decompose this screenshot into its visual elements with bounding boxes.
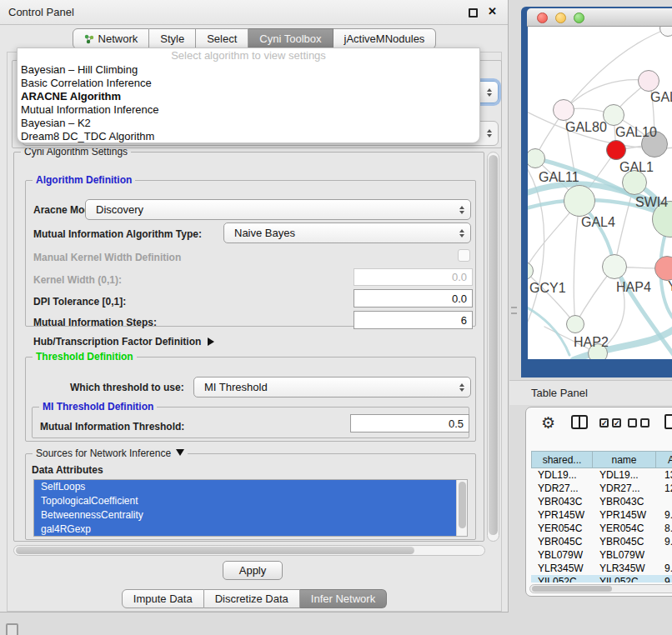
network-window-titlebar <box>527 8 672 27</box>
network-node[interactable] <box>602 254 627 279</box>
tab-jactivemnodules[interactable]: jActiveMNodules <box>333 28 437 49</box>
combo-arrows-icon <box>459 229 464 238</box>
mi-type-combo[interactable]: Naive Bayes <box>223 222 471 243</box>
table-cell: YER054C <box>593 522 656 535</box>
node-label-y: Y <box>668 279 672 294</box>
node-label-gal10: GAL10 <box>615 125 657 140</box>
network-node[interactable] <box>564 185 595 217</box>
network-node[interactable] <box>638 70 659 92</box>
table-row[interactable]: YBR045CYBR045C9. <box>531 535 672 548</box>
close-icon[interactable]: ✕ <box>488 5 497 18</box>
table-cell: YDL19... <box>593 468 656 482</box>
tab-network[interactable]: Network <box>73 28 150 49</box>
table-cell: 8. <box>656 522 672 535</box>
table-row[interactable]: YBR043CYBR043C <box>531 495 672 508</box>
table-row[interactable]: YER054CYER054C8. <box>531 522 672 535</box>
settings-vertical-scrollbar <box>487 152 499 542</box>
column-layout-icon[interactable] <box>571 415 588 429</box>
tab-infer-network[interactable]: Infer Network <box>300 589 387 608</box>
algorithm-option-dream8-dc-tdc-algorithm[interactable]: Dream8 DC_TDC Algorithm <box>18 130 479 143</box>
settings-hscroll-thumb[interactable] <box>16 547 414 554</box>
table-cell: YBR043C <box>531 495 593 508</box>
column-header-name[interactable]: name <box>593 451 656 468</box>
network-canvas[interactable]: GALGAL80GAL10GAL1GAL11SWI4GAL4GCY1HAP4YH… <box>528 27 672 359</box>
which-threshold-combo[interactable]: MI Threshold <box>193 377 471 398</box>
algorithm-option-mutual-information-inference[interactable]: Mutual Information Inference <box>18 103 479 117</box>
settings-gear-icon[interactable]: ⚙ <box>541 413 555 432</box>
column-header-shared[interactable]: shared... <box>531 451 593 468</box>
tab-select[interactable]: Select <box>196 28 248 49</box>
settings-vscroll-thumb[interactable] <box>489 155 498 535</box>
aracne-mode-combo[interactable]: Discovery <box>85 199 471 220</box>
table-cell: YPR145W <box>593 508 656 522</box>
zoom-traffic-light[interactable] <box>574 12 584 23</box>
algorithm-option-basic-correlation-inference[interactable]: Basic Correlation Inference <box>18 77 479 90</box>
hub-section-label: Hub/Transcription Factor Definition <box>33 336 201 348</box>
close-traffic-light[interactable] <box>537 12 548 23</box>
deselect-all-icon[interactable] <box>628 418 649 428</box>
attributes-scrollbar-thumb[interactable] <box>459 482 466 528</box>
dpi-tolerance-field[interactable]: 0.0 <box>354 289 473 308</box>
minimize-traffic-light[interactable] <box>555 12 566 23</box>
tab-style[interactable]: Style <box>149 28 196 49</box>
attribute-topologicalcoefficient[interactable]: TopologicalCoefficient <box>34 494 467 508</box>
table-cell: YBL079W <box>593 548 656 562</box>
table-row[interactable]: YLR345WYLR345W9. <box>531 562 672 575</box>
network-node[interactable] <box>553 99 574 121</box>
attribute-selfloops[interactable]: SelfLoops <box>34 480 467 494</box>
node-label-gcy1: GCY1 <box>529 281 566 296</box>
collapsed-panel-button[interactable] <box>6 623 18 635</box>
select-all-icon[interactable]: ✓✓ <box>599 418 621 428</box>
mi-threshold-label: Mutual Information Threshold: <box>40 421 184 432</box>
tab-impute-data[interactable]: Impute Data <box>122 589 204 608</box>
tab-label: Discretize Data <box>215 592 288 605</box>
apply-button[interactable]: Apply <box>223 561 283 580</box>
table-cell <box>656 548 672 562</box>
kernel-width-label: Kernel Width (0,1): <box>33 274 122 286</box>
mi-threshold-field[interactable]: 0.5 <box>350 414 469 432</box>
node-label-gal1: GAL1 <box>619 160 654 175</box>
table-row[interactable]: YBL079WYBL079W <box>531 548 672 562</box>
network-node[interactable] <box>606 140 626 160</box>
manual-kernel-label: Manual Kernel Width Definition <box>33 252 181 263</box>
table-cell: YLR345W <box>531 562 593 575</box>
table-row[interactable]: YDL19...YDL19...13 <box>531 468 672 482</box>
table-cell: YER054C <box>531 522 593 535</box>
algorithm-option-aracne-algorithm[interactable]: ARACNE Algorithm <box>18 90 479 103</box>
node-table: shared...nameA YDL19...YDL19...13YDR27..… <box>531 451 672 582</box>
panel-splitter-handle[interactable] <box>511 307 517 314</box>
partial-toolbar-icon[interactable] <box>664 414 672 429</box>
table-cell: YIL052C <box>593 575 656 582</box>
table-row[interactable]: YPR145WYPR145W9. <box>531 508 672 522</box>
table-cell: YBR045C <box>531 535 593 548</box>
table-row[interactable]: YDR27...YDR27...12 <box>531 482 672 495</box>
tab-cyni-toolbox[interactable]: Cyni Toolbox <box>248 28 333 49</box>
algorithm-option-bayesian-hill-climbing[interactable]: Bayesian – Hill Climbing <box>18 63 479 77</box>
algorithm-popup-list: Bayesian – Hill ClimbingBasic Correlatio… <box>18 63 479 143</box>
attribute-gal4rgexp[interactable]: gal4RGexp <box>34 522 467 537</box>
tab-discretize-data[interactable]: Discretize Data <box>204 589 300 608</box>
mi-steps-field[interactable]: 6 <box>354 311 473 329</box>
table-cell <box>656 495 672 508</box>
control-panel-titlebar: Control Panel ✕ <box>0 0 508 25</box>
table-partial-row[interactable]: YIL052CYIL052C9. <box>531 575 672 582</box>
threshold-definition-title: Threshold Definition <box>33 351 137 363</box>
node-label-hap4: HAP4 <box>616 280 651 295</box>
combo-arrows-icon <box>487 88 492 97</box>
settings-horizontal-scrollbar <box>13 545 485 556</box>
data-attributes-list: SelfLoopsTopologicalCoefficientBetweenne… <box>34 480 467 537</box>
table-hscroll-thumb[interactable] <box>532 586 612 592</box>
table-cell: YLR345W <box>593 562 656 575</box>
table-cell: YDL19... <box>531 468 593 482</box>
manual-kernel-checkbox <box>458 249 470 262</box>
hub-section-toggle[interactable]: Hub/Transcription Factor Definition <box>33 336 214 348</box>
attribute-betweennesscentrality[interactable]: BetweennessCentrality <box>34 508 467 522</box>
sources-group-title[interactable]: Sources for Network Inference <box>33 448 188 460</box>
column-header-a[interactable]: A <box>656 451 672 468</box>
node-label-gal4: GAL4 <box>581 215 615 230</box>
algorithm-option-bayesian-k2[interactable]: Bayesian – K2 <box>18 117 479 130</box>
float-window-icon[interactable] <box>469 8 478 18</box>
combo-arrows-icon <box>459 206 464 214</box>
data-attributes-label: Data Attributes <box>32 464 103 476</box>
network-node[interactable] <box>566 315 584 333</box>
